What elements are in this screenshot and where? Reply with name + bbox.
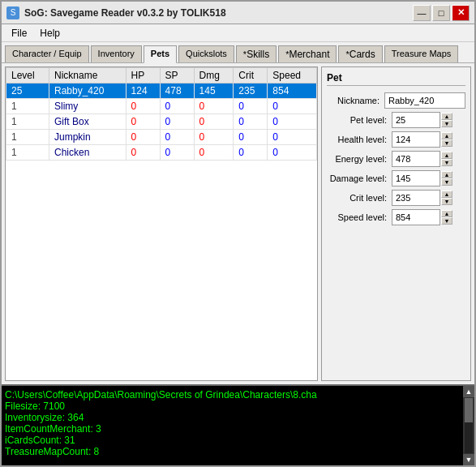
col-nickname: Nickname [49, 68, 127, 84]
menu-file[interactable]: File [5, 26, 33, 41]
table-row[interactable]: 25Rabby_420124478145235854 [6, 84, 317, 99]
tab-quickslots[interactable]: Quickslots [178, 45, 234, 62]
field-row-speed-level: Speed level:▲▼ [327, 209, 465, 225]
pets-table: Level Nickname HP SP Dmg Crit Speed 25Ra… [6, 67, 317, 161]
field-row-health-level: Health level:▲▼ [327, 131, 465, 148]
console-line: Inventorysize: 364 [5, 412, 471, 423]
field-row-nickname: Nickname: [327, 92, 465, 109]
col-hp: HP [126, 68, 160, 84]
spin-down-damage-level[interactable]: ▼ [441, 178, 452, 186]
tab-pets[interactable]: Pets [144, 45, 177, 63]
spin-up-damage-level[interactable]: ▲ [441, 171, 452, 178]
console-line: Filesize: 7100 [5, 401, 471, 412]
minimize-button[interactable]: — [413, 5, 431, 21]
col-level: Level [6, 68, 49, 84]
field-input-energy-level[interactable] [392, 151, 440, 167]
menu-help[interactable]: Help [33, 26, 66, 41]
field-input-speed-level[interactable] [392, 209, 440, 225]
pet-panel-title: Pet [327, 72, 465, 86]
pets-table-panel: Level Nickname HP SP Dmg Crit Speed 25Ra… [5, 66, 318, 381]
console-line: ItemCountMerchant: 3 [5, 423, 471, 435]
field-label-health-level: Health level: [327, 135, 392, 144]
field-input-pet-level[interactable] [392, 112, 440, 128]
scroll-thumb[interactable] [465, 398, 473, 422]
field-label-pet-level: Pet level: [327, 115, 392, 125]
scroll-down-button[interactable]: ▼ [463, 454, 474, 465]
app-icon: S [6, 6, 19, 19]
close-button[interactable]: ✕ [452, 5, 470, 21]
tab-inventory[interactable]: Inventory [91, 45, 142, 62]
spin-down-energy-level[interactable]: ▼ [441, 159, 452, 166]
tab-character-equip[interactable]: Character / Equip [5, 45, 89, 62]
window-title: SoG: Savegame Reader v0.3.2 by TOLIK518 [24, 7, 226, 19]
title-bar: S SoG: Savegame Reader v0.3.2 by TOLIK51… [2, 2, 474, 24]
col-dmg: Dmg [194, 68, 234, 84]
field-label-crit-level: Crit level: [327, 193, 392, 203]
table-row[interactable]: 1Slimy00000 [6, 99, 317, 114]
tabs-bar: Character / Equip Inventory Pets Quicksl… [2, 42, 474, 63]
field-input-health-level[interactable] [392, 131, 440, 148]
spin-up-energy-level[interactable]: ▲ [441, 152, 452, 159]
field-row-damage-level: Damage level:▲▼ [327, 170, 465, 186]
scroll-up-button[interactable]: ▲ [463, 386, 474, 397]
field-label-energy-level: Energy level: [327, 154, 392, 164]
col-sp: SP [160, 68, 194, 84]
field-label-speed-level: Speed level: [327, 212, 392, 222]
spin-down-pet-level[interactable]: ▼ [441, 120, 452, 127]
console-line: iCardsCount: 31 [5, 435, 471, 446]
col-speed: Speed [268, 68, 317, 84]
spin-down-crit-level[interactable]: ▼ [441, 198, 452, 205]
scroll-track [465, 398, 473, 453]
tab-cards[interactable]: *Cards [338, 45, 382, 62]
col-crit: Crit [234, 68, 268, 84]
main-window: S SoG: Savegame Reader v0.3.2 by TOLIK51… [0, 0, 476, 467]
field-input-damage-level[interactable] [392, 170, 440, 186]
main-content: Level Nickname HP SP Dmg Crit Speed 25Ra… [2, 63, 474, 384]
tab-skills[interactable]: *Skills [236, 45, 277, 62]
console-panel: C:\Users\Coffee\AppData\Roaming\Secrets … [2, 384, 474, 465]
spin-up-speed-level[interactable]: ▲ [441, 210, 452, 217]
spin-down-health-level[interactable]: ▼ [441, 139, 452, 147]
field-label-damage-level: Damage level: [327, 174, 392, 183]
field-input-nickname[interactable] [384, 92, 465, 109]
spin-up-crit-level[interactable]: ▲ [441, 191, 452, 198]
field-row-crit-level: Crit level:▲▼ [327, 190, 465, 206]
spin-up-pet-level[interactable]: ▲ [441, 113, 452, 120]
table-row[interactable]: 1Jumpkin00000 [6, 130, 317, 145]
window-controls: — □ ✕ [413, 5, 470, 21]
field-row-pet-level: Pet level:▲▼ [327, 112, 465, 128]
console-line: TreasureMapCount: 8 [5, 446, 471, 457]
spin-down-speed-level[interactable]: ▼ [441, 217, 452, 225]
menu-bar: File Help [2, 24, 474, 42]
field-input-crit-level[interactable] [392, 190, 440, 206]
field-row-energy-level: Energy level:▲▼ [327, 151, 465, 167]
field-label-nickname: Nickname: [327, 96, 384, 105]
console-scrollbar: ▲ ▼ [463, 386, 474, 465]
table-row[interactable]: 1Chicken00000 [6, 145, 317, 161]
spin-up-health-level[interactable]: ▲ [441, 132, 452, 139]
table-row[interactable]: 1Gift Box00000 [6, 114, 317, 130]
maximize-button[interactable]: □ [432, 5, 450, 21]
tab-treasure-maps[interactable]: Treasure Maps [384, 45, 459, 62]
table-container[interactable]: Level Nickname HP SP Dmg Crit Speed 25Ra… [6, 67, 317, 380]
tab-merchant[interactable]: *Merchant [278, 45, 337, 62]
title-bar-left: S SoG: Savegame Reader v0.3.2 by TOLIK51… [6, 6, 226, 19]
console-line: C:\Users\Coffee\AppData\Roaming\Secrets … [5, 389, 471, 401]
pet-details-panel: Pet Nickname:Pet level:▲▼Health level:▲▼… [321, 66, 471, 381]
